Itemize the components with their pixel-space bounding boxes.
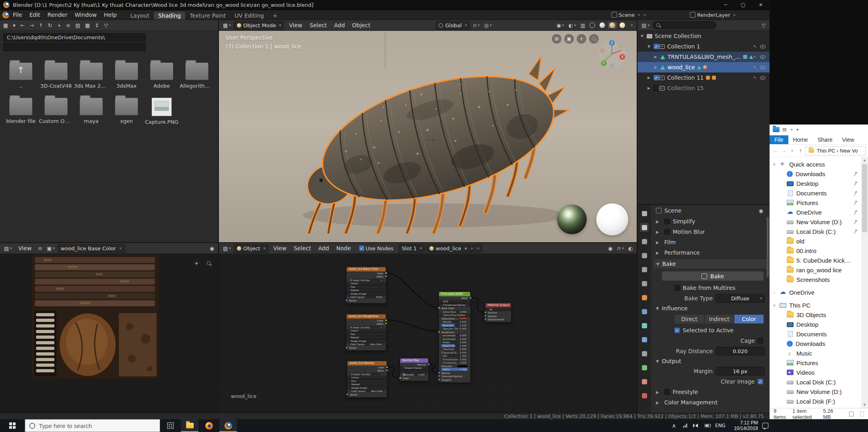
node-header[interactable]: Principled BSDF: [439, 292, 470, 296]
file-explorer-taskbar-button[interactable]: [181, 419, 198, 432]
expander-icon[interactable]: ▶: [647, 76, 654, 80]
sidebar-item-ran-go-wood-lice[interactable]: ran go_wood lice: [770, 265, 861, 275]
node-row-strength[interactable]: Strength1.000: [400, 373, 428, 377]
editor-type-icon[interactable]: ▦: [2, 22, 9, 28]
sidebar-item-local-disk-c[interactable]: Local Disk (C:): [770, 227, 861, 236]
task-view-button[interactable]: [162, 419, 179, 432]
scrollbar-thumb[interactable]: [862, 164, 867, 232]
node-row-emission[interactable]: Emission: [439, 364, 470, 368]
node-row-single-image[interactable]: Single Image: [347, 386, 387, 390]
node-row-vector[interactable]: Vector: [347, 346, 386, 350]
sidebar-item-pictures[interactable]: Pictures: [770, 198, 861, 207]
minimize-button[interactable]: ─: [717, 0, 734, 10]
file-item-capture-png[interactable]: Capture.PNG: [144, 94, 179, 125]
expander-icon[interactable]: ▶: [656, 219, 662, 224]
node-row-linear[interactable]: Linear: [347, 376, 387, 380]
node-row-alpha[interactable]: Alpha1.000: [439, 368, 470, 372]
output-properties-tab[interactable]: [640, 237, 649, 246]
sidebar-item-local-disk-f[interactable]: Local Disk (F:): [770, 396, 861, 406]
tool-properties-tab[interactable]: [640, 209, 649, 218]
node-value-slider[interactable]: Sheen Tint0.500: [441, 344, 468, 347]
collection-checkbox[interactable]: ✓: [654, 44, 659, 49]
viewport-menu-view[interactable]: View: [285, 20, 306, 30]
viewport-menu-add[interactable]: Add: [331, 20, 349, 30]
outliner-row-collection-1[interactable]: ▼✓Collection 1↖: [637, 41, 770, 52]
outliner-row-wood-lice[interactable]: ▶wood_lice↖: [637, 62, 770, 72]
collection-checkbox[interactable]: ✓: [654, 75, 659, 80]
expander-icon[interactable]: ▶: [656, 240, 662, 245]
pin-icon[interactable]: ◉: [606, 245, 614, 251]
expander-icon[interactable]: ▶: [654, 65, 660, 69]
motion-blur-checkbox[interactable]: [664, 229, 670, 235]
node-material-output[interactable]: Material OutputAllSurfaceVolumeDisplacem…: [485, 303, 511, 322]
direct-button[interactable]: Direct: [674, 314, 704, 324]
unlink-icon[interactable]: ×: [380, 326, 382, 329]
clear-image-checkbox[interactable]: ✓: [758, 379, 763, 384]
expander-icon[interactable]: ∨: [772, 162, 777, 167]
node-row-repeat[interactable]: Repeat: [347, 289, 386, 292]
node-row-clearcoat[interactable]: Clearcoat0.000: [439, 348, 470, 351]
node-menu-node[interactable]: Node: [333, 243, 355, 253]
expander-icon[interactable]: ▶: [647, 86, 654, 90]
properties-scrollbar[interactable]: [767, 217, 769, 277]
node-row-repeat[interactable]: Repeat: [347, 383, 387, 386]
bake-panel-header[interactable]: ▼ Bake: [653, 259, 768, 269]
thumbnail-view-icon[interactable]: [860, 412, 864, 416]
expander-icon[interactable]: ▶: [656, 390, 662, 394]
editor-type-icon[interactable]: ▨▾: [2, 245, 14, 251]
node-normal-map[interactable]: Normal MapNormalTangent SpaceStrength1.0…: [400, 358, 429, 381]
viewport-canvas[interactable]: User Perspective (7) Collection 1 | wood…: [219, 31, 637, 242]
socket[interactable]: [399, 377, 401, 379]
ribbon-tab-share[interactable]: Share: [813, 135, 837, 144]
sidebar-item-downloads[interactable]: Downloads: [770, 169, 861, 179]
qat-new-folder-icon[interactable]: ＋: [789, 127, 794, 133]
indirect-button[interactable]: Indirect: [704, 314, 734, 324]
node-row-subsurface[interactable]: Subsurface0.000: [439, 310, 470, 313]
hide-icon[interactable]: [760, 55, 766, 59]
sidebar-item-screenshots[interactable]: Screenshots: [770, 275, 861, 284]
sidebar-item-5-cubedude-kickabout-3d-lo[interactable]: 5. CubeDude Kickabout - 3D Lo...: [770, 255, 861, 265]
unlink-material-icon[interactable]: ×: [477, 246, 480, 250]
sidebar-item-pictures[interactable]: Pictures: [770, 358, 861, 368]
shader-type-dropdown[interactable]: Object▾: [234, 244, 269, 253]
node-row-specular[interactable]: Specular0.500: [439, 323, 470, 327]
show-hidden-icons-button[interactable]: ∧: [669, 419, 679, 432]
viewport-menu-select[interactable]: Select: [306, 20, 331, 30]
material-properties-tab[interactable]: [640, 377, 649, 386]
node-row-volume[interactable]: Volume: [485, 314, 511, 318]
woodlouse-model[interactable]: [275, 45, 603, 233]
view-details-icon[interactable]: ▤: [74, 22, 81, 28]
expander-icon[interactable]: ▶: [654, 55, 660, 59]
simplify-checkbox[interactable]: [664, 219, 670, 224]
node-row-blank[interactable]: [400, 370, 428, 373]
node-row-specular-tint[interactable]: Specular Tint0.000: [439, 327, 470, 331]
node-row-color-space[interactable]: Color SpaceNon-Color: [347, 390, 387, 393]
filter-icon[interactable]: ▽: [103, 22, 109, 28]
sidebar-item-this-pc[interactable]: ∨This PC: [770, 300, 861, 310]
network-icon[interactable]: [680, 419, 690, 432]
color-button[interactable]: Color: [734, 314, 764, 324]
address-bar[interactable]: This PC › New Vo: [806, 146, 866, 155]
workspace-tab-shading[interactable]: Shading: [154, 12, 185, 20]
file-item-xgen[interactable]: xgen: [109, 94, 144, 125]
view-list-icon[interactable]: ≡: [65, 22, 71, 28]
workspace-tab-texture-paint[interactable]: Texture Paint: [185, 12, 230, 20]
proportional-editing-icon[interactable]: ◎▾: [483, 22, 493, 28]
node-row-flat[interactable]: Flat: [347, 285, 386, 289]
file-name-field[interactable]: [3, 43, 146, 51]
pin-icon[interactable]: ◉: [757, 208, 765, 214]
socket[interactable]: [438, 378, 440, 381]
node-row-flat[interactable]: Flat: [347, 332, 386, 336]
node-value-slider[interactable]: Transmission0.000: [441, 358, 468, 361]
blender-taskbar-button[interactable]: [219, 419, 237, 432]
node-row-metallic[interactable]: Metallic0.000: [439, 320, 470, 324]
material-selector[interactable]: wood_lice◈+×: [426, 244, 483, 253]
shading-wireframe-button[interactable]: [588, 22, 597, 28]
hide-icon[interactable]: [760, 45, 766, 48]
bake-type-dropdown[interactable]: Diffuse▾: [716, 294, 765, 303]
socket[interactable]: [385, 275, 387, 277]
socket[interactable]: [385, 319, 387, 321]
socket[interactable]: [469, 297, 472, 299]
node-row-color-space[interactable]: Color SpaceNon-Color: [347, 343, 386, 346]
node-row-ggx[interactable]: GGX: [439, 300, 470, 303]
